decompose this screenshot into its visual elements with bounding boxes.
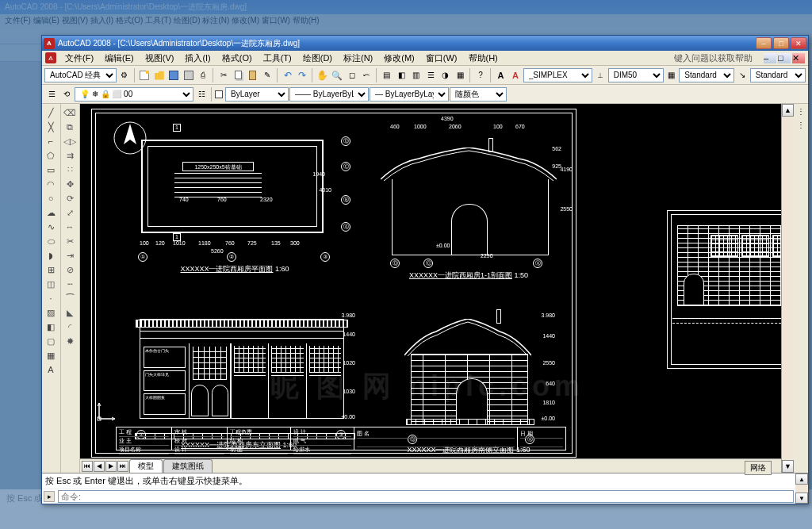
lineweight-select[interactable]: — ByLayerByLayer <box>370 87 449 102</box>
xline-tool[interactable]: ╳ <box>43 120 59 134</box>
ellipse-arc-tool[interactable]: ◗ <box>43 248 59 263</box>
paste-button[interactable] <box>246 68 260 82</box>
table-style-select[interactable]: Standard <box>679 68 734 82</box>
properties-button[interactable]: ▤ <box>380 68 394 82</box>
menu-insert[interactable]: 插入(I) <box>179 51 216 66</box>
cmd-scroll-up[interactable]: ▲ <box>795 473 808 485</box>
zoom-previous-button[interactable]: ⤺ <box>360 68 374 82</box>
text-style-icon[interactable]: A <box>494 68 508 82</box>
menu-modify[interactable]: 修改(M) <box>378 51 420 66</box>
move-tool[interactable]: ✥ <box>62 177 78 191</box>
layer-manager-button[interactable]: ☰ <box>44 87 59 102</box>
drawing-canvas[interactable]: 1250x250x5砖基础 ① ② ③ Ⓐ Ⓑ Ⓒ <box>80 104 781 458</box>
layer-previous-button[interactable]: ⟲ <box>59 87 74 102</box>
command-scrollbar[interactable]: ▲ ▼ <box>795 473 808 504</box>
arc-tool[interactable]: ◠ <box>43 177 59 191</box>
line-tool[interactable]: ╱ <box>43 105 59 120</box>
zoom-realtime-button[interactable]: 🔍 <box>331 68 345 82</box>
command-input[interactable] <box>58 490 794 503</box>
dim-style-icon[interactable]: ⟂ <box>593 68 607 82</box>
region-tool[interactable]: ▢ <box>43 334 59 348</box>
insert-block-tool[interactable]: ⊞ <box>43 263 59 277</box>
match-button[interactable]: ✎ <box>261 68 275 82</box>
menu-tools[interactable]: 工具(T) <box>258 51 297 66</box>
revcloud-tool[interactable]: ☁ <box>43 205 59 220</box>
gradient-tool[interactable]: ◧ <box>43 320 59 334</box>
extend-tool[interactable]: ⇥ <box>62 248 78 263</box>
menu-draw[interactable]: 绘图(D) <box>297 51 338 66</box>
layer-select[interactable]: 💡 ❄ 🔒 ⬜ 00 <box>75 87 193 102</box>
plotstyle-select[interactable]: 随颜色 <box>450 87 507 102</box>
menu-view[interactable]: 视图(V) <box>140 51 180 66</box>
layout-tab[interactable]: 建筑图纸 <box>163 459 213 473</box>
markup-button[interactable]: ◑ <box>439 68 453 82</box>
maximize-button[interactable]: □ <box>773 37 789 49</box>
join-tool[interactable]: ⁀ <box>62 291 78 305</box>
chamfer-tool[interactable]: ◣ <box>62 305 78 320</box>
scroll-up-button[interactable]: ▲ <box>782 104 794 117</box>
spline-tool[interactable]: ∿ <box>43 220 59 234</box>
open-button[interactable] <box>152 68 167 82</box>
tab-nav-prev[interactable]: ◀ <box>94 461 105 472</box>
mleader-style-select[interactable]: Standard <box>750 68 806 82</box>
circle-tool[interactable]: ○ <box>43 191 59 205</box>
model-tab[interactable]: 模型 <box>129 459 163 473</box>
trim-tool[interactable]: ✂ <box>62 234 78 248</box>
menu-file[interactable]: 文件(F) <box>59 51 99 66</box>
stretch-tool[interactable]: ↔ <box>62 220 78 234</box>
cmd-scroll-down[interactable]: ▼ <box>795 493 808 504</box>
menu-help[interactable]: 帮助(H) <box>463 51 504 66</box>
tool-palettes-button[interactable]: ▥ <box>409 68 423 82</box>
scroll-track[interactable] <box>782 117 794 460</box>
fillet-tool[interactable]: ◜ <box>62 320 78 334</box>
menu-edit[interactable]: 编辑(E) <box>99 51 140 66</box>
layer-states-button[interactable]: ☷ <box>194 87 209 102</box>
mirror-tool[interactable]: ◁▷ <box>62 134 78 148</box>
dim-style-select[interactable]: DIM50 <box>608 68 664 82</box>
tab-nav-last[interactable]: ⏭ <box>117 461 128 472</box>
break-point-tool[interactable]: ⊘ <box>62 263 78 277</box>
help-hint[interactable]: 键入问题以获取帮助 <box>674 52 759 64</box>
pan-button[interactable]: ✋ <box>316 68 330 82</box>
workspace-select[interactable]: AutoCAD 经典 <box>44 68 117 82</box>
polygon-tool[interactable]: ⬠ <box>43 148 59 163</box>
cut-button[interactable]: ✂ <box>216 68 231 82</box>
text-style-select[interactable]: _SIMPLEX <box>523 68 593 82</box>
menu-format[interactable]: 格式(O) <box>216 51 258 66</box>
erase-tool[interactable]: ⌫ <box>62 105 78 120</box>
mdi-restore-button[interactable]: □ <box>778 53 791 63</box>
palette-handle-icon[interactable]: ⋮ <box>797 107 805 116</box>
array-tool[interactable]: ∷ <box>62 163 78 177</box>
copy-button[interactable] <box>232 68 246 82</box>
sheet-set-button[interactable]: ☰ <box>424 68 439 82</box>
undo-button[interactable]: ↶ <box>281 68 295 82</box>
help-button[interactable]: ? <box>473 68 488 82</box>
hatch-tool[interactable]: ▨ <box>43 305 59 320</box>
point-tool[interactable]: · <box>43 291 59 305</box>
mleader-style-icon[interactable]: ↘ <box>735 68 749 82</box>
tab-nav-next[interactable]: ▶ <box>105 461 117 472</box>
rotate-tool[interactable]: ⟳ <box>62 191 78 205</box>
save-button[interactable] <box>167 68 182 82</box>
make-block-tool[interactable]: ◫ <box>43 277 59 291</box>
redo-button[interactable]: ↷ <box>296 68 310 82</box>
scale-tool[interactable]: ⤢ <box>62 205 78 220</box>
polyline-tool[interactable]: ⌐ <box>43 134 59 148</box>
publish-button[interactable]: ⎙ <box>197 68 211 82</box>
text-style-icon2[interactable]: A <box>508 68 523 82</box>
mdi-minimize-button[interactable]: – <box>764 53 776 63</box>
copy-tool[interactable]: ⧉ <box>62 120 78 134</box>
mdi-close-button[interactable]: ✕ <box>792 53 805 63</box>
minimize-button[interactable]: – <box>756 37 772 49</box>
rectangle-tool[interactable]: ▭ <box>43 163 59 177</box>
color-select[interactable]: ByLayer <box>225 87 289 102</box>
workspace-settings-button[interactable]: ⚙ <box>117 68 132 82</box>
qcalc-button[interactable]: ▦ <box>454 68 468 82</box>
plot-button[interactable] <box>182 68 196 82</box>
vertical-scrollbar[interactable]: ▲ ▼ <box>781 104 794 473</box>
mtext-tool[interactable]: A <box>43 362 59 377</box>
table-tool[interactable]: ▦ <box>43 348 59 362</box>
menu-window[interactable]: 窗口(W) <box>420 51 463 66</box>
offset-tool[interactable]: ⇉ <box>62 148 78 163</box>
close-button[interactable]: ✕ <box>791 37 806 49</box>
